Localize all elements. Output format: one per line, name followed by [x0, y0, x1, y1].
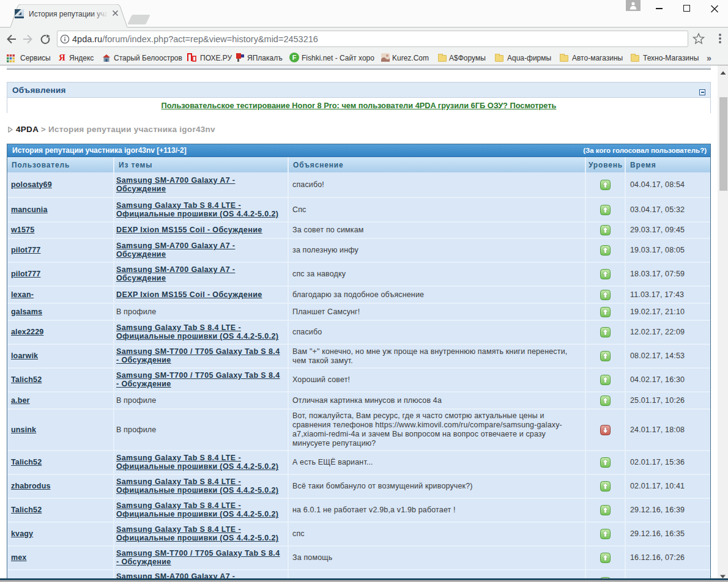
svg-text:F: F	[292, 54, 297, 61]
